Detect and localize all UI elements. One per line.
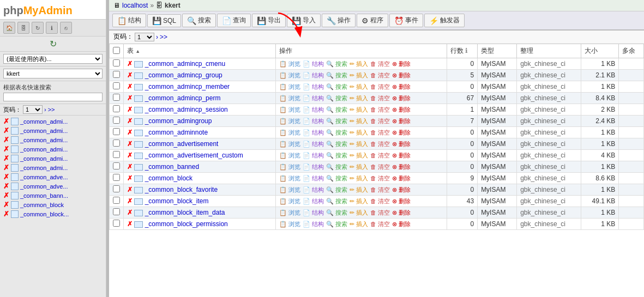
browse-link[interactable]: 📋 浏览 xyxy=(279,106,300,114)
insert-link[interactable]: ✏ 插入 xyxy=(350,140,368,148)
drop-link[interactable]: ⊗ 删除 xyxy=(392,163,411,171)
browse-link[interactable]: 📋 浏览 xyxy=(279,117,300,125)
row-checkbox[interactable] xyxy=(113,220,120,227)
list-item[interactable]: ✗ _common_block xyxy=(0,200,106,209)
list-item[interactable]: ✗ _common_admi... xyxy=(0,126,106,135)
drop-link[interactable]: ⊗ 删除 xyxy=(392,209,411,217)
insert-link[interactable]: ✏ 插入 xyxy=(350,117,368,125)
toolbar-search-btn[interactable]: 🔍 搜索 xyxy=(182,14,216,27)
row-checkbox[interactable] xyxy=(113,82,120,89)
insert-link[interactable]: ✏ 插入 xyxy=(350,151,368,160)
row-checkbox[interactable] xyxy=(113,105,120,112)
insert-link[interactable]: ✏ 插入 xyxy=(350,106,368,114)
insert-link[interactable]: ✏ 插入 xyxy=(350,71,368,80)
search-link[interactable]: 🔍 搜索 xyxy=(326,129,347,137)
search-link[interactable]: 🔍 搜索 xyxy=(326,83,347,91)
drop-link[interactable]: ⊗ 删除 xyxy=(392,83,411,91)
empty-link[interactable]: 🗑 清空 xyxy=(370,71,390,80)
search-link[interactable]: 🔍 搜索 xyxy=(326,163,347,171)
toolbar-query-btn[interactable]: 📄 查询 xyxy=(217,14,251,27)
drop-link[interactable]: ⊗ 删除 xyxy=(392,174,411,183)
refresh-icon[interactable]: ↻ xyxy=(32,22,44,34)
table-name-link[interactable]: _common_block xyxy=(145,174,192,182)
drop-link[interactable]: ⊗ 删除 xyxy=(392,60,411,68)
empty-link[interactable]: 🗑 清空 xyxy=(370,129,390,137)
empty-link[interactable]: 🗑 清空 xyxy=(370,163,390,171)
drop-link[interactable]: ⊗ 删除 xyxy=(392,186,411,194)
drop-link[interactable]: ⊗ 删除 xyxy=(392,71,411,80)
table-name-link[interactable]: _common_adminnote xyxy=(145,129,208,136)
drop-link[interactable]: ⊗ 删除 xyxy=(392,117,411,125)
search-link[interactable]: 🔍 搜索 xyxy=(326,60,347,68)
sort-arrow-icon[interactable]: ▲ xyxy=(135,49,140,54)
green-refresh-icon[interactable]: ↻ xyxy=(50,39,57,49)
structure-link[interactable]: 📄 结构 xyxy=(303,140,324,148)
empty-link[interactable]: 🗑 清空 xyxy=(370,174,390,183)
table-name-link[interactable]: _common_advertisement_custom xyxy=(145,151,243,159)
row-checkbox[interactable] xyxy=(113,128,120,135)
drop-link[interactable]: ⊗ 删除 xyxy=(392,151,411,160)
insert-link[interactable]: ✏ 插入 xyxy=(350,220,368,228)
drop-link[interactable]: ⊗ 删除 xyxy=(392,220,411,228)
browse-link[interactable]: 📋 浏览 xyxy=(279,197,300,205)
drop-link[interactable]: ⊗ 删除 xyxy=(392,129,411,137)
exit-icon[interactable]: ⎋ xyxy=(60,22,72,34)
empty-link[interactable]: 🗑 清空 xyxy=(370,220,390,228)
drop-link[interactable]: ⊗ 删除 xyxy=(392,197,411,205)
table-name-link[interactable]: _common_admincp_member xyxy=(145,83,230,90)
pagenav-forward[interactable]: › xyxy=(156,33,158,41)
row-checkbox[interactable] xyxy=(113,117,120,124)
table-name-link[interactable]: _common_block_item xyxy=(145,197,209,205)
empty-link[interactable]: 🗑 清空 xyxy=(370,151,390,160)
table-name-link[interactable]: _common_advertisement xyxy=(145,140,219,148)
search-link[interactable]: 🔍 搜索 xyxy=(326,209,347,217)
search-link[interactable]: 🔍 搜索 xyxy=(326,106,347,114)
pagenav-fast-forward[interactable]: >> xyxy=(160,33,167,41)
drop-link[interactable]: ⊗ 删除 xyxy=(392,94,411,102)
recent-tables-select[interactable]: (最近使用的表)... xyxy=(3,54,103,64)
sidebar-nav-fast-forward[interactable]: >> xyxy=(48,106,55,113)
structure-link[interactable]: 📄 结构 xyxy=(303,209,324,217)
insert-link[interactable]: ✏ 插入 xyxy=(350,94,368,102)
table-name-link[interactable]: _common_admincp_cmenu xyxy=(145,60,225,68)
row-checkbox[interactable] xyxy=(113,197,120,204)
list-item[interactable]: ✗ _common_admi... xyxy=(0,135,106,144)
toolbar-import-btn[interactable]: 💾 导入 xyxy=(287,14,321,27)
row-checkbox[interactable] xyxy=(113,174,120,181)
row-checkbox[interactable] xyxy=(113,151,120,158)
row-checkbox[interactable] xyxy=(113,59,120,66)
browse-link[interactable]: 📋 浏览 xyxy=(279,174,300,183)
browse-link[interactable]: 📋 浏览 xyxy=(279,94,300,102)
sidebar-nav-forward[interactable]: › xyxy=(44,106,46,113)
pagenav-page-select[interactable]: 1 xyxy=(135,33,154,41)
insert-link[interactable]: ✏ 插入 xyxy=(350,163,368,171)
structure-link[interactable]: 📄 结构 xyxy=(303,94,324,102)
row-checkbox[interactable] xyxy=(113,94,120,101)
browse-link[interactable]: 📋 浏览 xyxy=(279,186,300,194)
info-icon[interactable]: ℹ xyxy=(46,22,58,34)
empty-link[interactable]: 🗑 清空 xyxy=(370,117,390,125)
browse-link[interactable]: 📋 浏览 xyxy=(279,129,300,137)
drop-link[interactable]: ⊗ 删除 xyxy=(392,106,411,114)
drop-link[interactable]: ⊗ 删除 xyxy=(392,140,411,148)
structure-link[interactable]: 📄 结构 xyxy=(303,71,324,80)
search-link[interactable]: 🔍 搜索 xyxy=(326,94,347,102)
empty-link[interactable]: 🗑 清空 xyxy=(370,140,390,148)
structure-link[interactable]: 📄 结构 xyxy=(303,197,324,205)
empty-link[interactable]: 🗑 清空 xyxy=(370,83,390,91)
toolbar-structure-btn[interactable]: 📋 结构 xyxy=(112,14,146,27)
browse-link[interactable]: 📋 浏览 xyxy=(279,163,300,171)
toolbar-export-btn[interactable]: 💾 导出 xyxy=(252,14,286,27)
list-item[interactable]: ✗ _common_admi... xyxy=(0,154,106,163)
structure-link[interactable]: 📄 结构 xyxy=(303,174,324,183)
search-link[interactable]: 🔍 搜索 xyxy=(326,117,347,125)
toolbar-trigger-btn[interactable]: ⚡ 触发器 xyxy=(424,14,465,27)
browse-link[interactable]: 📋 浏览 xyxy=(279,71,300,80)
empty-link[interactable]: 🗑 清空 xyxy=(370,197,390,205)
empty-link[interactable]: 🗑 清空 xyxy=(370,60,390,68)
structure-link[interactable]: 📄 结构 xyxy=(303,151,324,160)
empty-link[interactable]: 🗑 清空 xyxy=(370,186,390,194)
structure-link[interactable]: 📄 结构 xyxy=(303,83,324,91)
empty-link[interactable]: 🗑 清空 xyxy=(370,106,390,114)
insert-link[interactable]: ✏ 插入 xyxy=(350,197,368,205)
